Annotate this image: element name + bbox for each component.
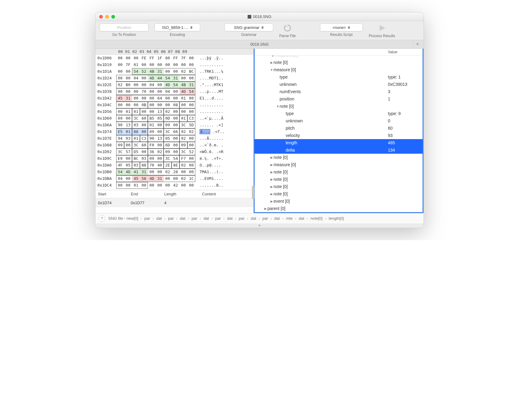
col-end[interactable]: End (128, 192, 162, 196)
hex-row[interactable]: 0x1D923C57D500360209003C52<WÕ.6. .<R (97, 149, 252, 155)
hex-byte[interactable]: 01 (148, 122, 156, 128)
hex-byte[interactable]: 00 (156, 155, 164, 162)
hex-byte[interactable]: 02 (179, 135, 187, 142)
hex-byte[interactable]: 44 (156, 75, 164, 82)
hex-byte[interactable]: 13 (124, 122, 132, 128)
hex-byte[interactable]: 7F (124, 61, 132, 68)
chevron-right-icon[interactable]: ▶ (270, 163, 273, 166)
hex-row[interactable]: 0x1D2E02B0000004004D544B31.°....MTK1 (97, 82, 252, 88)
hex-byte[interactable]: 00 (140, 75, 148, 82)
minimize-icon[interactable] (105, 15, 109, 19)
hex-row[interactable]: 0x1D4245310000006400000100E1...d.... (97, 95, 252, 102)
hex-byte[interactable]: 5D (187, 122, 195, 128)
hex-byte[interactable]: 00 (148, 169, 156, 175)
hex-byte[interactable]: 00 (164, 68, 172, 75)
hex-byte[interactable]: 00 (124, 115, 132, 122)
breadcrumb[interactable]: SNG file - new[0]›par›dat›par›dat›par›da… (108, 216, 344, 221)
hex-byte[interactable]: 00 (187, 142, 195, 149)
hex-byte[interactable]: 00 (179, 182, 187, 189)
hex-byte[interactable]: 01 (124, 108, 132, 115)
tree-row[interactable]: position1 (255, 95, 423, 103)
hex-byte[interactable]: 3C (164, 155, 172, 162)
new-tab-button[interactable]: + (413, 40, 422, 48)
hex-byte[interactable]: 52 (140, 68, 148, 75)
chevron-right-icon[interactable]: ▶ (270, 61, 273, 64)
hex-byte[interactable]: 03 (124, 135, 132, 142)
hex-byte[interactable]: 00 (116, 55, 124, 61)
hex-body[interactable]: 0x1D06000000FEFF1F80FF7F00...þÿ .ÿ..0x1D… (96, 55, 253, 190)
tree-row[interactable]: ▶ parent [0] (255, 205, 423, 212)
hex-byte[interactable]: 90 (148, 135, 156, 142)
hex-row[interactable]: 0x1D10007F0100000000000000.......... (97, 61, 252, 68)
tree-row[interactable]: ▶ note [0] (255, 176, 423, 183)
hex-byte[interactable]: 00 (132, 95, 140, 102)
tree-header-value[interactable]: Value (386, 50, 423, 54)
hex-byte[interactable]: 00 (172, 175, 179, 182)
hex-byte[interactable]: BC (187, 68, 195, 75)
results-script-dropdown[interactable]: <none> (320, 23, 363, 31)
hex-row[interactable]: 0x1DBA040045564D310000021C..EVM1.... (97, 175, 252, 182)
tree-row[interactable]: ▶ note [0] (255, 59, 423, 66)
breadcrumb-segment[interactable]: par (192, 216, 197, 221)
hex-byte[interactable]: 00 (156, 128, 164, 135)
hex-byte[interactable]: 56 (140, 175, 148, 182)
breadcrumb-segment[interactable]: mte (286, 216, 293, 221)
hex-byte[interactable]: 00 (172, 135, 179, 142)
hex-byte[interactable]: 00 (187, 182, 195, 189)
hex-byte[interactable]: 00 (172, 88, 179, 95)
hex-byte[interactable]: 80 (164, 55, 172, 61)
hex-byte[interactable]: 31 (172, 75, 179, 82)
hex-byte[interactable]: 05 (156, 115, 164, 122)
hex-byte[interactable]: E5 (116, 128, 124, 135)
hex-byte[interactable]: BC (132, 155, 140, 162)
hex-byte[interactable]: 00 (116, 88, 124, 95)
tree-row[interactable]: ▼ measure [0] (255, 66, 423, 73)
hex-byte[interactable]: 31 (156, 68, 164, 75)
process-results-button[interactable] (376, 23, 387, 33)
tree-row[interactable]: ▶ event [0] (255, 198, 423, 205)
tree-row[interactable]: ▶ note [0] (255, 154, 423, 161)
hex-byte[interactable]: 00 (172, 95, 179, 102)
hex-byte[interactable]: 00 (148, 88, 156, 95)
hex-byte[interactable]: 00 (148, 61, 156, 68)
hex-byte[interactable]: C3 (140, 135, 148, 142)
breadcrumb-segment[interactable]: par (215, 216, 221, 221)
chevron-right-icon[interactable]: ▶ (264, 207, 267, 210)
hex-byte[interactable]: 02 (164, 108, 172, 115)
hex-byte[interactable]: B0 (124, 82, 132, 88)
hex-byte[interactable]: 4D (179, 88, 187, 95)
hex-byte[interactable]: 2E (164, 162, 172, 169)
hex-byte[interactable]: 00 (164, 102, 172, 108)
hex-byte[interactable]: 3C (164, 128, 172, 135)
chevron-right-icon[interactable]: ▶ (270, 156, 273, 159)
hex-byte[interactable]: 7F (179, 55, 187, 61)
col-start[interactable]: Start (96, 192, 128, 196)
hex-row[interactable]: 0x1D5600010100001302000000.......... (97, 108, 252, 115)
breadcrumb-segment[interactable]: SNG file - new[0] (108, 216, 138, 221)
tree-row[interactable]: ▼ note [0] (255, 103, 423, 110)
tree-row[interactable]: delta134 (255, 146, 423, 154)
hex-byte[interactable]: 3C (116, 149, 124, 155)
hex-byte[interactable]: 41 (132, 169, 140, 175)
hex-byte[interactable]: 09 (148, 128, 156, 135)
breadcrumb-segment[interactable]: dat (227, 216, 232, 221)
hex-row[interactable]: 0x1D6A90130300010009003C5D...... .<] (97, 122, 252, 128)
hex-byte[interactable]: 00 (179, 102, 187, 108)
hex-byte[interactable]: B5 (148, 115, 156, 122)
hex-byte[interactable]: 00 (156, 122, 164, 128)
grammar-dropdown[interactable]: SNG grammar (225, 23, 273, 31)
titlebar[interactable]: 0018.SNG (96, 12, 423, 21)
hex-byte[interactable]: 0D (164, 115, 172, 122)
tree-row[interactable]: unknown0xC39013 (255, 81, 423, 88)
hex-byte[interactable]: 4D (164, 82, 172, 88)
hex-row[interactable]: 0x1D7E940301C3901305000200...Ã...... (97, 135, 252, 142)
hex-byte[interactable]: 3C (132, 115, 140, 122)
hex-byte[interactable]: 3C (179, 149, 187, 155)
tree-row[interactable]: unknown0 (255, 117, 423, 124)
hex-byte[interactable]: 04 (116, 175, 124, 182)
hex-byte[interactable]: 00 (132, 102, 140, 108)
hex-byte[interactable]: 00 (140, 182, 148, 189)
hex-byte[interactable]: 8E (172, 162, 179, 169)
hex-byte[interactable]: 4D (124, 169, 132, 175)
hex-row[interactable]: 0x1D74E501860009003C669202å... .<f.. (97, 128, 252, 135)
